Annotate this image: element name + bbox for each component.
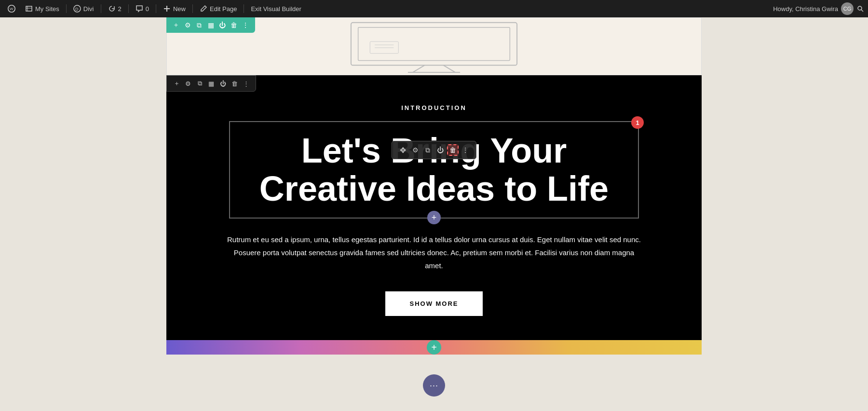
updates-count: 2 [118, 5, 122, 13]
updates-button[interactable]: 2 [104, 0, 125, 17]
add-inside-button[interactable]: + [427, 211, 441, 224]
new-button[interactable]: New [159, 0, 190, 17]
exit-visual-builder-button[interactable]: Exit Visual Builder [247, 0, 305, 17]
gradient-bar: + [166, 340, 702, 355]
intro-label: INTRODUCTION [401, 104, 467, 111]
body-text: Rutrum et eu sed a ipsum, urna, tellus e… [227, 233, 641, 272]
top-toolbar-settings-icon[interactable]: ⚙ [183, 20, 192, 30]
svg-rect-9 [358, 27, 510, 61]
svg-point-6 [858, 6, 862, 10]
dark-toolbar-grid-icon[interactable]: ▦ [206, 79, 216, 88]
module-move-icon[interactable]: ✥ [397, 144, 408, 156]
module-toolbar: ✥ ⚙ ⧉ ⏻ 🗑 ⋮ [392, 141, 476, 159]
svg-line-11 [444, 65, 456, 72]
admin-bar: W My Sites D Divi 2 0 New Edit Page Exit… [0, 0, 868, 17]
dark-toolbar-trash-icon[interactable]: 🗑 [230, 79, 239, 88]
svg-rect-8 [351, 23, 517, 66]
dark-toolbar-power-icon[interactable]: ⏻ [218, 79, 228, 88]
dark-section: ＋ ⚙ ⧉ ▦ ⏻ 🗑 ⋮ INTRODUCTION 1 Let's Bring… [166, 75, 702, 355]
divi-button[interactable]: D Divi [69, 0, 98, 17]
svg-line-7 [861, 10, 863, 12]
module-duplicate-icon[interactable]: ⧉ [422, 144, 434, 156]
top-toolbar-more-icon[interactable]: ⋮ [241, 20, 250, 30]
page-wrapper: ＋ ⚙ ⧉ ▦ ⏻ 🗑 ⋮ [166, 17, 702, 411]
my-sites-button[interactable]: My Sites [21, 0, 63, 17]
admin-bar-right: Howdy, Christina Gwira CG [773, 2, 864, 15]
section-toolbar-dark: ＋ ⚙ ⧉ ▦ ⏻ 🗑 ⋮ [166, 75, 256, 92]
edit-page-button[interactable]: Edit Page [196, 0, 241, 17]
dark-toolbar-duplicate-icon[interactable]: ⧉ [195, 79, 204, 88]
svg-text:W: W [10, 7, 14, 11]
greeting-text: Howdy, Christina Gwira [773, 5, 838, 13]
exit-vb-label: Exit Visual Builder [251, 5, 301, 13]
show-more-button[interactable]: SHOW MORE [385, 291, 482, 316]
module-power-icon[interactable]: ⏻ [434, 144, 446, 156]
top-toolbar-trash-icon[interactable]: 🗑 [229, 20, 239, 30]
bottom-fab[interactable]: ··· [423, 374, 445, 397]
module-delete-icon[interactable]: 🗑 [447, 144, 459, 156]
divi-label: Divi [83, 5, 94, 13]
edit-page-label: Edit Page [210, 5, 237, 13]
svg-line-10 [413, 65, 425, 72]
section-toolbar-top: ＋ ⚙ ⧉ ▦ ⏻ 🗑 ⋮ [166, 17, 255, 33]
top-toolbar-add-icon[interactable]: ＋ [171, 20, 181, 30]
gradient-add-button[interactable]: + [427, 340, 441, 355]
module-settings-icon[interactable]: ⚙ [409, 144, 421, 156]
search-icon[interactable] [856, 5, 864, 13]
top-toolbar-duplicate-icon[interactable]: ⧉ [194, 20, 204, 30]
dark-toolbar-more-icon[interactable]: ⋮ [241, 79, 251, 88]
my-sites-label: My Sites [35, 5, 59, 13]
dark-toolbar-settings-icon[interactable]: ⚙ [183, 79, 193, 88]
canvas: ＋ ⚙ ⧉ ▦ ⏻ 🗑 ⋮ [0, 17, 868, 411]
user-avatar[interactable]: CG [841, 2, 854, 15]
top-toolbar-grid-icon[interactable]: ▦ [206, 20, 216, 30]
wp-logo-button[interactable]: W [4, 0, 19, 17]
svg-text:D: D [75, 7, 79, 12]
top-toolbar-power-icon[interactable]: ⏻ [217, 20, 227, 30]
dark-toolbar-add-icon[interactable]: ＋ [172, 79, 181, 88]
comments-button[interactable]: 0 [132, 0, 153, 17]
notification-badge: 1 [631, 116, 644, 129]
fab-dots: ··· [430, 381, 438, 391]
new-label: New [173, 5, 186, 13]
text-module[interactable]: 1 Let's Bring Your Creative Ideas to Lif… [229, 121, 639, 219]
module-more-icon[interactable]: ⋮ [460, 144, 471, 156]
comments-count: 0 [146, 5, 149, 13]
